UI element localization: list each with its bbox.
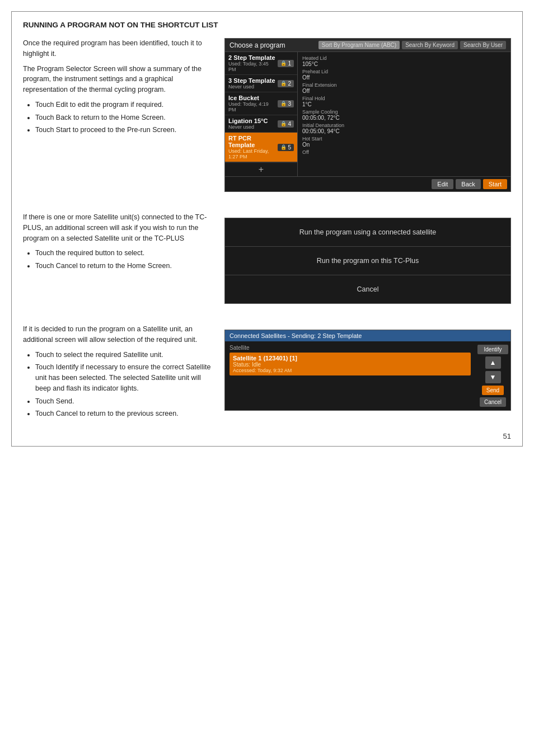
bullet-edit: Touch Edit to edit the program if requir… <box>35 100 213 110</box>
intro-text-4: If it is decided to run the program on a… <box>23 324 213 345</box>
add-program-btn[interactable]: + <box>225 162 297 176</box>
prog-used-4: Never used <box>228 124 275 130</box>
edit-btn[interactable]: Edit <box>432 179 453 189</box>
conn-sat-actions: Identify ▲ ▼ Send Cancel <box>475 341 510 410</box>
program-item-4[interactable]: Ligation 15°C Never used 🔒4 <box>225 115 297 133</box>
program-item-3[interactable]: Ice Bucket Used: Today, 4:19 PM 🔒3 <box>225 92 297 115</box>
run-with-satellite-btn[interactable]: Run the program using a connected satell… <box>225 218 510 247</box>
send-btn[interactable]: Send <box>482 386 504 395</box>
block2-bullets: Touch the required button to select. Tou… <box>23 248 213 271</box>
intro-text-3: If there is one or more Satellite unit(s… <box>23 212 213 243</box>
prog-name-5: RT PCR Template <box>228 135 275 148</box>
prog-name-2: 3 Step Template <box>228 77 275 84</box>
program-selector-ui: Choose a program Sort By Program Name (A… <box>224 38 511 192</box>
bullet-touch-identify: Touch Identify if necessary to ensure th… <box>35 362 213 393</box>
bullet-touch-cancel2: Touch Cancel to return to the previous s… <box>35 408 213 419</box>
satellite-item-1[interactable]: Satellite 1 (123401) [1] Status: Idle Ac… <box>229 353 471 375</box>
intro-text-1: Once the required program has been ident… <box>23 38 213 59</box>
prog-used-3: Used: Today, 4:19 PM <box>228 101 275 112</box>
program-item-5[interactable]: RT PCR Template Used: Last Friday, 1:27 … <box>225 133 297 162</box>
connected-satellites-ui: Connected Satellites - Sending: 2 Step T… <box>224 330 511 411</box>
block3-bullets: Touch to select the required Satellite u… <box>23 350 213 420</box>
prog-used-5: Used: Last Friday, 1:27 PM <box>228 148 275 159</box>
cancel-conn-btn[interactable]: Cancel <box>480 397 506 407</box>
bullet-touch-send: Touch Send. <box>35 396 213 407</box>
sort-by-name-btn[interactable]: Sort By Program Name (ABC) <box>318 41 400 49</box>
intro-text-2: The Program Selector Screen will show a … <box>23 64 213 95</box>
sat-status: Status: Idle <box>233 361 467 368</box>
bullet-start: Touch Start to proceed to the Pre-run Sc… <box>35 125 213 135</box>
search-by-keyword-btn[interactable]: Search By Keyword <box>402 41 458 49</box>
scroll-up-btn[interactable]: ▲ <box>485 356 501 369</box>
search-by-user-btn[interactable]: Search By User <box>460 41 506 49</box>
satellite-label: Satellite <box>229 345 471 351</box>
prog-used-2: Never used <box>228 84 275 90</box>
cancel-satellite-btn[interactable]: Cancel <box>225 275 510 303</box>
bullet-touch-select: Touch to select the required Satellite u… <box>35 350 213 360</box>
prog-name-1: 2 Step Template <box>228 54 275 61</box>
program-item-1[interactable]: 2 Step Template Used: Today, 3:45 PM 🔒1 <box>225 52 297 75</box>
page-number: 51 <box>503 432 511 440</box>
run-on-tcplus-btn[interactable]: Run the program on this TC-Plus <box>225 247 510 275</box>
start-btn[interactable]: Start <box>483 179 507 189</box>
prog-name-4: Ligation 15°C <box>228 118 275 124</box>
section-title: RUNNING A PROGRAM NOT ON THE SHORTCUT LI… <box>23 21 511 29</box>
conn-sat-list: Satellite Satellite 1 (123401) [1] Statu… <box>225 341 475 410</box>
program-ui-title: Choose a program <box>229 41 297 49</box>
identify-btn[interactable]: Identify <box>477 345 508 354</box>
block1-bullets: Touch Edit to edit the program if requir… <box>23 100 213 135</box>
bullet-back: Touch Back to return to the Home Screen. <box>35 112 213 123</box>
scroll-down-btn[interactable]: ▼ <box>485 371 501 383</box>
prog-name-3: Ice Bucket <box>228 95 275 101</box>
bullet-cancel: Touch Cancel to return to the Home Scree… <box>35 261 213 271</box>
program-item-2[interactable]: 3 Step Template Never used 🔒2 <box>225 75 297 92</box>
sat-name: Satellite 1 (123401) [1] <box>233 355 467 361</box>
prog-used-1: Used: Today, 3:45 PM <box>228 61 275 72</box>
satellite-choice-ui: Run the program using a connected satell… <box>224 218 511 304</box>
program-list: 2 Step Template Used: Today, 3:45 PM 🔒1 … <box>225 52 298 176</box>
sat-accessed: Accessed: Today, 9:32 AM <box>233 368 467 373</box>
conn-sat-header: Connected Satellites - Sending: 2 Step T… <box>225 330 510 341</box>
program-details: Heated Lid 105°C Preheat Lid Off Final E… <box>298 52 510 176</box>
back-btn[interactable]: Back <box>456 179 480 189</box>
bullet-select: Touch the required button to select. <box>35 248 213 259</box>
